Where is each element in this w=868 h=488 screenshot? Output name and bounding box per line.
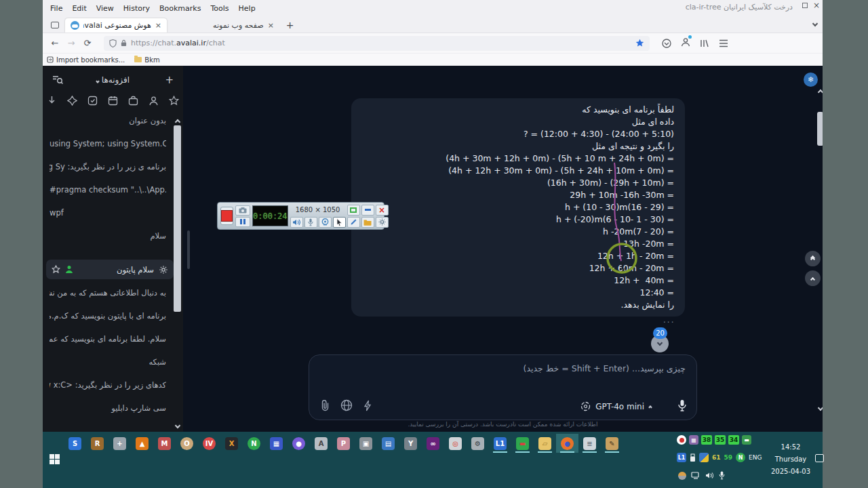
chat-history-item[interactable]: #pragma checksum "..\..\App.xa... <box>50 185 166 195</box>
taskbar-clock[interactable]: 14:52 Thursday 2025-04-03 <box>770 441 811 478</box>
tray-wallet-icon[interactable]: ▬ <box>742 435 751 445</box>
taskbar-app-visual-studio[interactable]: ∞ <box>422 434 444 453</box>
search-chats-icon[interactable] <box>52 75 63 85</box>
tab-close-icon[interactable]: × <box>155 21 161 30</box>
message-input[interactable]: چیزی بپرسید... (Shift + Enter = خط جدید)… <box>309 354 697 420</box>
minimize-toolbar-button[interactable] <box>361 205 374 216</box>
tray-mic-icon[interactable] <box>719 471 725 480</box>
firefox-view-icon[interactable] <box>46 18 64 32</box>
scroll-up-button[interactable] <box>805 270 821 286</box>
url-bar[interactable]: https://chat.avalai.ir/chat <box>104 36 650 51</box>
download-icon[interactable] <box>47 96 57 106</box>
chat-history-item[interactable]: شبکه <box>50 357 166 367</box>
taskbar-app-app-round-badge[interactable]: O <box>176 434 198 453</box>
taskbar-app-calculator[interactable]: ▤ <box>377 434 399 453</box>
chat-history-item[interactable]: wpf <box>50 208 166 218</box>
hamburger-menu-icon[interactable] <box>719 39 728 47</box>
import-bookmarks-button[interactable]: Import bookmarks... <box>47 56 125 64</box>
pocket-icon[interactable] <box>662 39 671 48</box>
chat-history-item[interactable]: سلام <box>50 231 166 241</box>
chat-history-item[interactable]: برنامه ای با پایتون بنویسید که ک.م.م ... <box>50 311 166 321</box>
taskbar-app-screen-recorder[interactable]: ◎ <box>444 434 467 453</box>
model-selector[interactable]: GPT-4o mini <box>580 401 652 411</box>
sidebar-title-dropdown[interactable]: افزونه‌ها <box>43 75 183 85</box>
taskbar-app-notepad[interactable]: ≡ <box>578 434 601 453</box>
menu-item[interactable]: Help <box>235 3 260 14</box>
calendar-icon[interactable] <box>108 96 118 106</box>
pause-recording-button[interactable] <box>235 217 250 227</box>
tray-shield-alert-icon[interactable] <box>699 453 709 462</box>
tab-avalai[interactable]: هوش مصنوعی avalai × <box>65 18 167 33</box>
webcam-button[interactable] <box>319 217 332 228</box>
cursor-tool-button[interactable] <box>333 217 346 228</box>
close-recorder-button[interactable]: × <box>376 205 389 216</box>
network-icon[interactable] <box>691 472 701 479</box>
menu-item[interactable]: View <box>92 3 118 14</box>
chat-history-item[interactable]: کدهای زیر را در نظر بگیرید: <dow x:C... <box>50 380 166 390</box>
new-chat-icon[interactable]: + <box>165 74 174 86</box>
taskbar-app-app-mosaic[interactable]: ▦ <box>265 434 288 453</box>
menu-item[interactable]: History <box>119 3 154 14</box>
chat-history-item[interactable]: برنامه ی زیر را در نظر بگیرید: sing Sy..… <box>50 162 166 171</box>
close-window-icon[interactable]: × <box>813 1 820 9</box>
menu-item[interactable]: Tools <box>206 3 233 14</box>
star-icon[interactable] <box>169 96 179 106</box>
taskbar-app-app-drop[interactable]: ● <box>288 434 310 453</box>
tray-usb-icon[interactable] <box>690 453 696 462</box>
chat-history-item[interactable]: using System; using System.Coll... <box>50 139 166 148</box>
speaker-audio-button[interactable] <box>290 217 303 228</box>
menu-item[interactable]: File <box>46 3 66 14</box>
chat-history-item-active[interactable]: سلام پایتون <box>46 260 174 279</box>
taskbar-app-app-x-tool[interactable]: X <box>220 434 243 453</box>
taskbar-app-app-iv[interactable]: IV <box>198 434 220 453</box>
taskbar-app-voice-recorder[interactable]: Y <box>399 434 422 453</box>
star-icon[interactable] <box>52 265 60 274</box>
select-region-button[interactable] <box>347 205 360 216</box>
sidebar-scroll-up-icon[interactable] <box>175 119 180 125</box>
list-all-tabs-icon[interactable] <box>813 16 817 28</box>
tray-ball-icon[interactable] <box>678 472 686 480</box>
sidebar-resize-handle[interactable] <box>187 230 190 269</box>
taskbar-app-app-photos[interactable]: ▣ <box>355 434 377 453</box>
screenshot-camera-button[interactable] <box>235 205 250 216</box>
compass-icon[interactable] <box>67 96 77 106</box>
tray-temp-3[interactable]: 34 <box>728 435 739 445</box>
open-folder-button[interactable] <box>361 217 374 228</box>
chat-history-item[interactable]: بدون عنوان <box>50 116 166 125</box>
chat-history-item[interactable]: به دنبال اطلاعاتی هستم که به من نشا... <box>50 288 166 298</box>
taskbar-app-paint[interactable]: ✎ <box>601 434 623 453</box>
taskbar-app-l1-app[interactable]: L1 <box>489 434 511 453</box>
scroll-to-top-button[interactable] <box>805 251 821 266</box>
new-tab-button[interactable]: + <box>279 20 301 33</box>
taskbar-app-file-explorer[interactable]: ▱ <box>534 434 556 453</box>
stop-recording-button[interactable] <box>220 207 233 225</box>
sidebar-scroll-down-icon[interactable] <box>175 423 180 428</box>
tray-recorder-icon[interactable] <box>677 435 686 445</box>
taskbar-app-vlc[interactable]: ▲ <box>131 434 153 453</box>
tab-sample-page[interactable]: صفحه وب نمونه × <box>208 18 279 33</box>
tray-calendar-icon[interactable]: ▦ <box>689 435 698 445</box>
recorder-settings-gear-icon[interactable] <box>376 217 389 228</box>
back-icon[interactable]: ← <box>47 38 63 48</box>
taskbar-app-winrar[interactable]: R <box>86 434 108 453</box>
taskbar-app-app-pink[interactable]: P <box>332 434 355 453</box>
bookmark-folder-bkm[interactable]: Bkm <box>134 56 159 64</box>
start-button[interactable] <box>50 454 60 464</box>
volume-icon[interactable] <box>705 472 714 479</box>
page-scroll-up-icon[interactable] <box>818 89 823 95</box>
person-icon[interactable] <box>149 96 159 106</box>
taskbar-app-firefox[interactable]: ● <box>556 434 578 453</box>
taskbar-app-flag-app[interactable]: ▬ <box>511 434 534 453</box>
menu-item[interactable]: Edit <box>68 3 90 14</box>
menu-item[interactable]: Bookmarks <box>155 3 205 14</box>
sidebar-scrollbar[interactable] <box>174 125 181 312</box>
tab-close-icon[interactable]: × <box>268 21 274 30</box>
page-scroll-down-icon[interactable] <box>818 405 823 411</box>
language-indicator[interactable]: ENG <box>749 454 762 461</box>
forward-icon[interactable]: → <box>63 38 79 48</box>
taskbar-app-antivirus-shield[interactable]: + <box>108 434 131 453</box>
chat-history-item[interactable]: سی شارپ دابلیو <box>50 403 166 413</box>
tasks-icon[interactable] <box>87 96 98 106</box>
taskbar-app-app-n-green[interactable]: N <box>243 434 265 453</box>
chat-settings-gear-icon[interactable] <box>159 265 168 274</box>
